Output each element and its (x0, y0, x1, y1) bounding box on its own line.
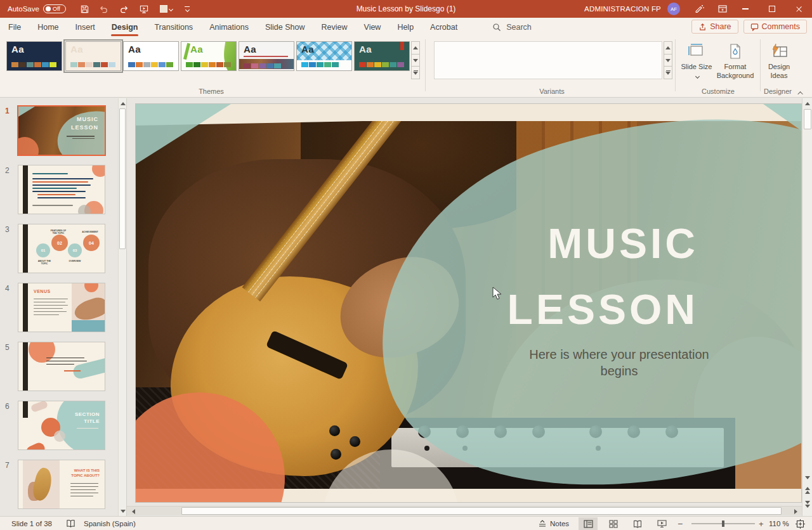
slide-thumbnail-1[interactable]: MUSICLESSON (17, 105, 106, 156)
slide-thumbnail-5[interactable] (18, 342, 105, 391)
close-button[interactable] (785, 0, 812, 18)
slide-number: 7 (5, 461, 10, 470)
chevron-down-icon (168, 6, 173, 11)
share-button[interactable]: Share (691, 20, 738, 34)
autosave-switch[interactable]: Off (43, 4, 66, 13)
thumbnail-panel-scrollbar[interactable] (118, 98, 126, 516)
slide-title-line2: LESSON (508, 286, 698, 333)
slide-thumbnail-3[interactable]: ABOUT THE TOPIC FEATURES OF THE TOPIC OV… (18, 224, 105, 273)
collapse-ribbon-button[interactable] (796, 89, 807, 98)
tab-acrobat[interactable]: Acrobat (422, 18, 466, 37)
variants-more-button[interactable] (664, 67, 672, 79)
maximize-button[interactable] (759, 0, 785, 18)
redo-button[interactable] (115, 0, 132, 18)
slide-thumbnail-2[interactable] (18, 165, 105, 214)
slide-subtitle[interactable]: Here is where your presentation begins (511, 346, 727, 379)
panel-scroll-up-button[interactable] (119, 99, 127, 108)
theme-item-6[interactable]: Aa (296, 41, 352, 71)
panel-scrollbar-thumb[interactable] (119, 108, 126, 249)
zoom-out-button[interactable]: − (678, 517, 683, 530)
slide-title[interactable]: MUSIC LESSON (508, 210, 698, 343)
scroll-left-button[interactable] (128, 507, 138, 516)
reading-view-button[interactable] (628, 517, 647, 530)
zoom-slider-thumb[interactable] (722, 520, 724, 527)
previous-slide-button[interactable] (802, 485, 812, 495)
undo-icon (99, 4, 108, 14)
vertical-scrollbar-thumb[interactable] (804, 109, 811, 129)
account-name[interactable]: ADMINISTRACION FP (584, 0, 661, 18)
tab-home[interactable]: Home (29, 18, 67, 37)
tab-review[interactable]: Review (313, 18, 356, 37)
zoom-level[interactable]: 110 % (769, 517, 789, 530)
spell-check-button[interactable] (66, 517, 75, 530)
variants-scroll-down-button[interactable] (664, 55, 672, 67)
slide-thumbnail-6[interactable]: SECTIONTITLE (18, 401, 105, 450)
customize-quick-access-button[interactable] (179, 0, 195, 18)
language-indicator[interactable]: Spanish (Spain) (84, 517, 136, 530)
scroll-up-button[interactable] (802, 98, 812, 108)
slide-number: 2 (5, 166, 10, 175)
format-background-label: Format Background (714, 63, 756, 81)
theme-item-7[interactable]: Aa (354, 41, 410, 71)
theme-item-1[interactable]: Aa (6, 41, 62, 71)
tab-view[interactable]: View (356, 18, 390, 37)
tab-slide-show[interactable]: Slide Show (257, 18, 313, 37)
themes-more-button[interactable] (411, 67, 420, 79)
themes-scroll-up-button[interactable] (411, 41, 420, 55)
format-background-button[interactable]: Format Background (714, 40, 756, 81)
vertical-scrollbar[interactable] (802, 98, 812, 516)
zoom-in-button[interactable]: + (759, 517, 764, 530)
title-bar: AutoSave Off Music Lesson (0, 0, 812, 18)
share-icon (698, 23, 707, 31)
green-wedge (183, 43, 190, 60)
normal-view-button[interactable] (579, 517, 598, 530)
notes-label: Notes (550, 520, 569, 527)
slide-thumbnail-7[interactable]: WHAT IS THIS TOPIC ABOUT? (18, 460, 105, 509)
tab-insert[interactable]: Insert (67, 18, 103, 37)
fit-slide-button[interactable] (796, 517, 805, 530)
scroll-right-button[interactable] (790, 507, 801, 516)
tab-animations[interactable]: Animations (201, 18, 257, 37)
slide-indicator[interactable]: Slide 1 of 38 (11, 517, 52, 530)
theme-item-4[interactable]: Aa (181, 41, 237, 71)
mini-circle (78, 205, 91, 214)
variants-scroll-up-button[interactable] (664, 41, 672, 55)
theme-item-5[interactable]: Aa (239, 41, 294, 71)
tab-design[interactable]: Design (103, 18, 147, 37)
notes-toggle[interactable]: Notes (538, 517, 569, 530)
slide-canvas[interactable]: MUSIC LESSON Here is where your presenta… (135, 103, 802, 503)
share-label: Share (710, 22, 731, 31)
double-up-arrow-icon (805, 487, 810, 490)
mini-text-line (34, 308, 63, 309)
comments-label: Comments (762, 22, 800, 31)
comments-button[interactable]: Comments (743, 20, 807, 34)
theme-item-2-selected[interactable]: Aa (65, 41, 121, 71)
panel-scroll-down-button[interactable] (119, 507, 127, 515)
tab-file[interactable]: File (0, 18, 29, 37)
scroll-down-button[interactable] (802, 472, 812, 482)
undo-button[interactable] (95, 0, 112, 18)
save-button[interactable] (76, 0, 93, 18)
slide-sorter-view-button[interactable] (604, 517, 623, 530)
quick-access-shape-button[interactable] (155, 0, 176, 18)
minimize-icon (742, 8, 749, 9)
search-box[interactable]: Search (492, 23, 532, 32)
theme-item-3[interactable]: Aa (123, 41, 179, 71)
tab-transitions[interactable]: Transitions (146, 18, 201, 37)
avatar[interactable]: AF (667, 3, 680, 15)
design-ideas-button[interactable]: Design Ideas (763, 40, 796, 81)
minimize-button[interactable] (732, 0, 759, 18)
themes-scroll-down-button[interactable] (411, 55, 420, 67)
tab-help[interactable]: Help (389, 18, 422, 37)
variants-gallery[interactable] (434, 41, 662, 79)
next-slide-button[interactable] (802, 499, 812, 509)
horizontal-scrollbar-thumb[interactable] (181, 507, 782, 515)
ribbon-display-options-button[interactable] (713, 0, 732, 18)
autosave-toggle[interactable]: AutoSave Off (8, 0, 66, 18)
slide-size-button[interactable]: Slide Size (680, 40, 713, 81)
start-slideshow-button[interactable] (136, 0, 152, 18)
slideshow-view-button[interactable] (652, 517, 671, 530)
horizontal-scrollbar[interactable] (127, 506, 802, 515)
presenter-coach-button[interactable] (690, 0, 709, 18)
slide-thumbnail-4[interactable]: VENUS (18, 283, 105, 332)
